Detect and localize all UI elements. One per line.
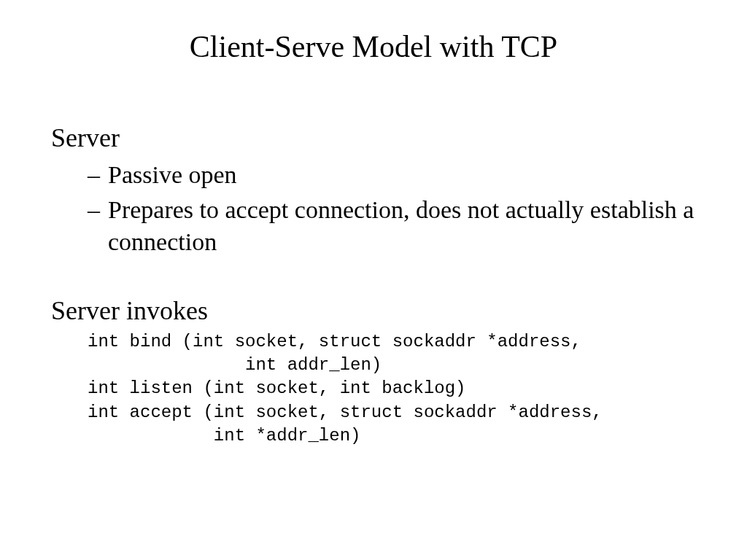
code-block: int bind (int socket, struct sockaddr *a… <box>51 330 696 448</box>
server-invokes-heading: Server invokes <box>51 295 696 326</box>
bullet-item: Passive open <box>88 159 696 191</box>
bullet-item: Prepares to accept connection, does not … <box>88 194 696 258</box>
slide-title: Client-Serve Model with TCP <box>95 29 652 64</box>
server-heading: Server <box>51 122 696 153</box>
server-bullets: Passive open Prepares to accept connecti… <box>51 159 696 259</box>
